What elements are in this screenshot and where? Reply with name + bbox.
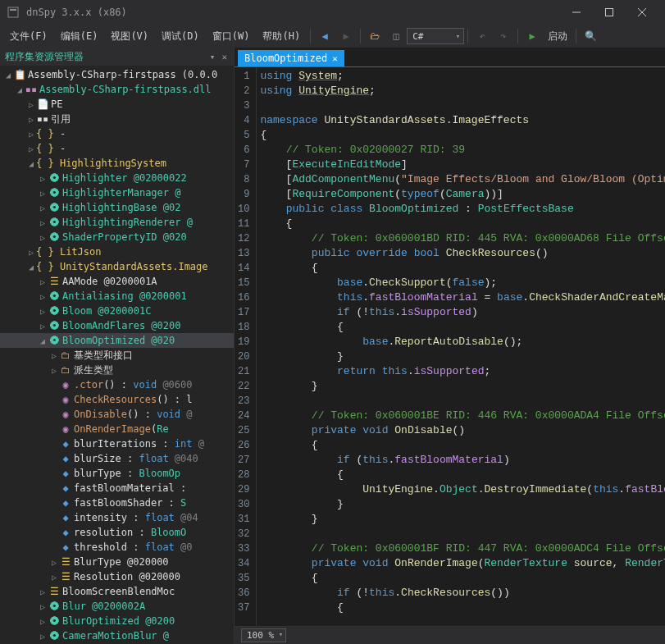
tree-ondisable[interactable]: ◉OnDisable() : void @ xyxy=(0,407,234,422)
tree-litjson[interactable]: ▷{ } LitJson xyxy=(0,244,234,259)
tree-pe[interactable]: ▷📄PE xyxy=(0,97,234,112)
tree-baf[interactable]: ▷🞉BloomAndFlares @0200 xyxy=(0,318,234,333)
tree-highlighter[interactable]: ▷🞉Highlighter @02000022 xyxy=(0,171,234,185)
tree-fbmat[interactable]: ◆fastBloomMaterial : xyxy=(0,481,234,496)
app-icon xyxy=(7,6,20,19)
main-area: 程序集资源管理器 ▾ ✕ ◢📋Assembly-CSharp-firstpass… xyxy=(0,48,665,644)
editor: BloomOptimized ✕ 12345678910111213141516… xyxy=(235,48,665,644)
tree-ctor[interactable]: ◉.ctor() : void @0600 xyxy=(0,377,234,392)
menu-file[interactable]: 文件(F) xyxy=(3,26,54,47)
run-icon[interactable]: ▶ xyxy=(523,27,541,45)
tree-spid[interactable]: ▷🞉ShaderPropertyID @020 xyxy=(0,230,234,244)
tree-blurtype-enum[interactable]: ▷☰BlurType @020000 xyxy=(0,555,234,569)
line-gutter: 1234567891011121314151617181920212223242… xyxy=(235,67,257,626)
tree-derived[interactable]: ▷🗀派生类型 xyxy=(0,363,234,377)
assembly-explorer: 程序集资源管理器 ▾ ✕ ◢📋Assembly-CSharp-firstpass… xyxy=(0,48,235,644)
tree-threshold[interactable]: ◆threshold : float @0 xyxy=(0,540,234,555)
tree-res-enum[interactable]: ▷☰Resolution @020000 xyxy=(0,569,234,584)
menubar: 文件(F) 编辑(E) 视图(V) 调试(D) 窗口(W) 帮助(H) ◀ ▶ … xyxy=(0,25,665,48)
menu-help[interactable]: 帮助(H) xyxy=(256,26,307,47)
tree-blursize[interactable]: ◆blurSize : float @040 xyxy=(0,451,234,466)
tab-bar: BloomOptimized ✕ xyxy=(235,48,665,67)
tree-usa-ns[interactable]: ◢{ } UnityStandardAssets.Image xyxy=(0,259,234,274)
open-folder-button[interactable]: 🗁 xyxy=(366,27,384,45)
menu-view[interactable]: 视图(V) xyxy=(104,26,155,47)
tree-ns-dash[interactable]: ▷{ } - xyxy=(0,141,234,156)
code-area: 1234567891011121314151617181920212223242… xyxy=(235,67,665,626)
nav-forward-button[interactable]: ▶ xyxy=(337,27,355,45)
nav-back-button[interactable]: ◀ xyxy=(316,27,334,45)
svg-rect-0 xyxy=(8,7,18,17)
menu-debug[interactable]: 调试(D) xyxy=(155,26,206,47)
tree-bluropt[interactable]: ▷🞉BlurOptimized @0200 xyxy=(0,614,234,628)
titlebar: dnSpy 3.x.x (x86) xyxy=(0,0,665,25)
tree-hs-ns[interactable]: ◢{ } HighlightingSystem xyxy=(0,156,234,171)
tree-hbase[interactable]: ▷🞉HighlightingBase @02 xyxy=(0,200,234,215)
tree-refs[interactable]: ▷▪▪引用 xyxy=(0,112,234,126)
window-title: dnSpy 3.x.x (x86) xyxy=(26,7,560,18)
sidebar-close-icon[interactable]: ✕ xyxy=(220,52,229,62)
sidebar-dropdown-icon[interactable]: ▾ xyxy=(208,52,217,62)
code-text[interactable]: using System;using UnityEngine;namespace… xyxy=(257,67,665,626)
status-bar: 100 % xyxy=(235,626,665,644)
tree-hmanager[interactable]: ▷🞉HighlighterManager @ xyxy=(0,185,234,200)
tree-bluriter[interactable]: ◆blurIterations : int @ xyxy=(0,436,234,451)
run-button[interactable]: 启动 xyxy=(543,28,572,45)
tree-bsbm[interactable]: ▷☰BloomScreenBlendMoc xyxy=(0,584,234,599)
sidebar-header: 程序集资源管理器 ▾ ✕ xyxy=(0,48,234,66)
minimize-button[interactable] xyxy=(560,0,593,25)
menu-edit[interactable]: 编辑(E) xyxy=(54,26,105,47)
tree-view[interactable]: ◢📋Assembly-CSharp-firstpass (0.0.0 ◢▪▪As… xyxy=(0,66,234,644)
tab-close-icon[interactable]: ✕ xyxy=(332,53,338,64)
svg-rect-1 xyxy=(10,9,16,11)
close-button[interactable] xyxy=(626,0,658,25)
tree-bloomoptimized[interactable]: ◢🞉BloomOptimized @020 xyxy=(0,333,234,348)
redo-button[interactable]: ↷ xyxy=(494,27,512,45)
maximize-button[interactable] xyxy=(593,0,626,25)
tab-label: BloomOptimized xyxy=(244,53,327,64)
svg-rect-3 xyxy=(606,9,613,16)
tree-checkres[interactable]: ◉CheckResources() : l xyxy=(0,392,234,407)
undo-button[interactable]: ↶ xyxy=(473,27,491,45)
tree-blur[interactable]: ▷🞉Blur @0200002A xyxy=(0,599,234,614)
tree-aa[interactable]: ▷🞉Antialiasing @0200001 xyxy=(0,289,234,304)
tree-dll[interactable]: ◢▪▪Assembly-CSharp-firstpass.dll xyxy=(0,82,234,97)
menu-window[interactable]: 窗口(W) xyxy=(206,26,257,47)
tab-bloomoptimized[interactable]: BloomOptimized ✕ xyxy=(238,50,344,66)
tree-ns-empty[interactable]: ▷{ } - xyxy=(0,126,234,141)
tree-blurtype[interactable]: ◆blurType : BloomOp xyxy=(0,466,234,481)
tree-cmb[interactable]: ▷🞉CameraMotionBlur @ xyxy=(0,628,234,643)
sidebar-title: 程序集资源管理器 xyxy=(5,50,208,64)
toggle-button[interactable]: ◫ xyxy=(387,27,405,45)
tree-aamode[interactable]: ▷☰AAMode @0200001A xyxy=(0,274,234,289)
tree-bloom[interactable]: ▷🞉Bloom @0200001C xyxy=(0,304,234,318)
tree-resolution[interactable]: ◆resolution : BloomO xyxy=(0,525,234,540)
tree-hrenderer[interactable]: ▷🞉HighlightingRenderer @ xyxy=(0,215,234,230)
tree-fbshader[interactable]: ◆fastBloomShader : S xyxy=(0,496,234,510)
tree-root[interactable]: ◢📋Assembly-CSharp-firstpass (0.0.0 xyxy=(0,67,234,82)
search-button[interactable]: 🔍 xyxy=(581,27,599,45)
zoom-selector[interactable]: 100 % xyxy=(241,628,286,642)
language-dropdown[interactable]: C# xyxy=(407,28,464,44)
tree-onrender[interactable]: ◉OnRenderImage(Re xyxy=(0,422,234,436)
tree-basetypes[interactable]: ▷🗀基类型和接口 xyxy=(0,348,234,363)
tree-intensity[interactable]: ◆intensity : float @04 xyxy=(0,510,234,525)
